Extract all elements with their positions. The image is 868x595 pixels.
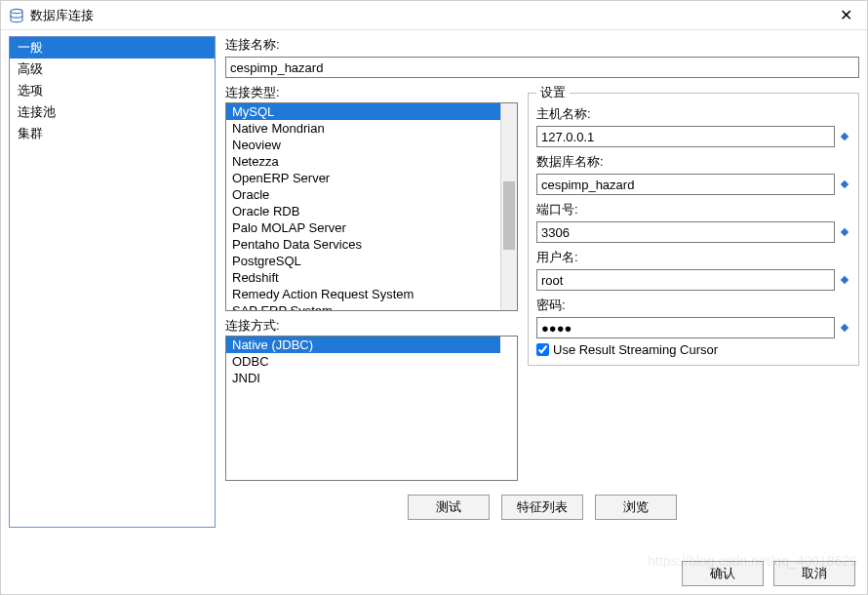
sidebar-item-0[interactable]: 一般: [10, 37, 215, 59]
conn-type-item[interactable]: SAP ERP System: [226, 302, 500, 311]
footer-buttons: 确认 取消: [682, 561, 855, 586]
sidebar-item-2[interactable]: 选项: [10, 80, 215, 101]
pass-label: 密码:: [536, 297, 850, 314]
cursor-checkbox-row: Use Result Streaming Cursor: [536, 342, 850, 357]
conn-type-item[interactable]: Palo MOLAP Server: [226, 219, 500, 236]
cursor-checkbox-label[interactable]: Use Result Streaming Cursor: [553, 342, 718, 357]
svg-rect-1: [841, 133, 848, 140]
conn-type-item[interactable]: OpenERP Server: [226, 170, 500, 186]
center-button-row: 测试 特征列表 浏览: [225, 487, 859, 528]
conn-name-group: 连接名称:: [225, 36, 859, 78]
conn-type-item[interactable]: PostgreSQL: [226, 253, 500, 269]
conn-type-item[interactable]: Native Mondrian: [226, 120, 500, 137]
left-column: 连接类型: MySQLNative MondrianNeoviewNetezza…: [225, 84, 518, 481]
conn-type-item[interactable]: Netezza: [226, 153, 500, 170]
port-input[interactable]: [536, 221, 835, 243]
conn-name-label: 连接名称:: [225, 36, 859, 54]
cancel-button[interactable]: 取消: [773, 561, 855, 586]
access-item[interactable]: Native (JDBC): [226, 337, 500, 353]
main-area: 一般高级选项连接池集群 连接名称: 连接类型: MySQLNative Mond…: [1, 30, 867, 528]
pass-input[interactable]: [536, 317, 835, 338]
conn-type-item[interactable]: MySQL: [226, 103, 500, 120]
access-item[interactable]: JNDI: [226, 370, 500, 386]
conn-type-item[interactable]: Neoview: [226, 137, 500, 153]
conn-type-group: 连接类型: MySQLNative MondrianNeoviewNetezza…: [225, 84, 518, 311]
sidebar-item-3[interactable]: 连接池: [10, 101, 215, 123]
conn-type-label: 连接类型:: [225, 84, 518, 101]
settings-legend: 设置: [536, 84, 570, 101]
conn-type-item[interactable]: Oracle: [226, 186, 500, 203]
titlebar: 数据库连接 ✕: [1, 1, 867, 30]
svg-point-0: [11, 9, 22, 13]
conn-type-item[interactable]: Redshift: [226, 269, 500, 286]
scrollbar[interactable]: [500, 103, 517, 310]
access-item[interactable]: ODBC: [226, 353, 500, 370]
host-input[interactable]: [536, 126, 835, 147]
variable-icon[interactable]: [839, 322, 850, 334]
variable-icon[interactable]: [839, 274, 850, 286]
sidebar-item-1[interactable]: 高级: [10, 59, 215, 80]
variable-icon[interactable]: [839, 226, 850, 238]
user-label: 用户名:: [536, 249, 850, 266]
sidebar: 一般高级选项连接池集群: [9, 36, 216, 528]
window-title: 数据库连接: [30, 7, 832, 24]
cursor-checkbox[interactable]: [536, 343, 549, 356]
browse-button[interactable]: 浏览: [595, 495, 677, 520]
conn-type-item[interactable]: Remedy Action Request System: [226, 286, 500, 302]
svg-rect-2: [841, 180, 848, 188]
access-listbox[interactable]: Native (JDBC)ODBCJNDI: [225, 336, 518, 481]
svg-rect-5: [841, 324, 848, 332]
conn-name-input[interactable]: [225, 57, 859, 78]
features-button[interactable]: 特征列表: [501, 495, 583, 520]
variable-icon[interactable]: [839, 131, 850, 142]
access-group: 连接方式: Native (JDBC)ODBCJNDI: [225, 317, 518, 481]
svg-rect-3: [841, 228, 848, 236]
ok-button[interactable]: 确认: [682, 561, 764, 586]
database-icon: [9, 8, 24, 23]
close-icon[interactable]: ✕: [832, 6, 859, 24]
db-label: 数据库名称:: [536, 153, 850, 171]
user-input[interactable]: [536, 269, 835, 291]
right-column: 设置 主机名称: 数据库名称: 端口号:: [528, 84, 859, 481]
content-panel: 连接名称: 连接类型: MySQLNative MondrianNeoviewN…: [225, 36, 859, 528]
access-label: 连接方式:: [225, 317, 518, 335]
conn-type-item[interactable]: Oracle RDB: [226, 203, 500, 219]
variable-icon[interactable]: [839, 178, 850, 190]
conn-type-item[interactable]: Pentaho Data Services: [226, 236, 500, 253]
db-input[interactable]: [536, 174, 835, 195]
sidebar-item-4[interactable]: 集群: [10, 123, 215, 144]
port-label: 端口号:: [536, 201, 850, 218]
test-button[interactable]: 测试: [408, 495, 490, 520]
settings-fieldset: 设置 主机名称: 数据库名称: 端口号:: [528, 84, 859, 366]
conn-type-listbox[interactable]: MySQLNative MondrianNeoviewNetezzaOpenER…: [225, 102, 518, 311]
host-label: 主机名称:: [536, 105, 850, 123]
svg-rect-4: [841, 276, 848, 284]
